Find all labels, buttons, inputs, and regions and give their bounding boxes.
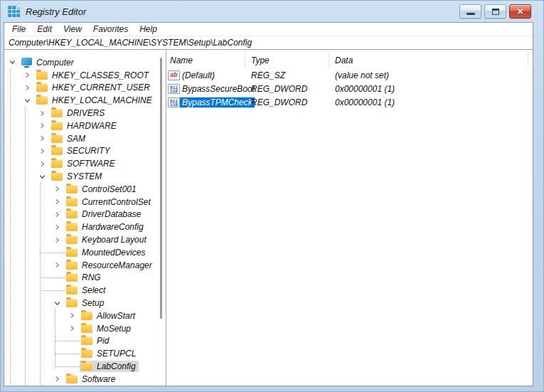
titlebar[interactable]: Registry Editor ✕ [1, 1, 543, 22]
menu-item-view[interactable]: View [58, 24, 87, 34]
tree-item-hkey-local-machine[interactable]: HKEY_LOCAL_MACHINE [4, 94, 166, 107]
tree-guide-line [40, 183, 41, 386]
chevron-down-icon[interactable] [54, 300, 60, 307]
column-header-name[interactable]: Name [166, 52, 245, 68]
folder-icon [51, 134, 63, 143]
chevron-right-icon[interactable] [69, 325, 75, 332]
address-bar-input[interactable]: Computer\HKEY_LOCAL_MACHINE\SYSTEM\Setup… [4, 36, 533, 50]
tree-item-sam[interactable]: SAM [4, 132, 166, 145]
tree-item-hardware[interactable]: HARDWARE [4, 120, 166, 132]
tree-guide-line [10, 69, 11, 386]
chevron-right-icon[interactable] [54, 198, 60, 205]
chevron-down-icon[interactable] [9, 59, 16, 65]
window-title: Registry Editor [26, 6, 86, 17]
tree-item-driverdatabase[interactable]: DriverDatabase [4, 208, 166, 221]
tree-item-label: RNG [80, 272, 102, 282]
registry-value-row-default[interactable]: ab (Default) REG_SZ (value not set) [166, 68, 533, 82]
chevron-right-icon[interactable] [39, 110, 46, 117]
registry-value-row-bypasstpmcheck[interactable]: 011110 BypassTPMCheck REG_DWORD 0x000000… [166, 95, 533, 109]
menu-item-help[interactable]: Help [134, 24, 163, 34]
tree-item-setupcl[interactable]: SETUPCL [4, 347, 166, 360]
registry-value-row-bypasssecureboot[interactable]: 011110 BypassSecureBoot REG_DWORD 0x0000… [166, 82, 533, 95]
folder-icon [66, 261, 78, 270]
tree-item-label: HKEY_CURRENT_USER [50, 83, 151, 92]
tree-scrollbar-thumb[interactable] [160, 58, 162, 319]
tree-item-rng[interactable]: RNG [4, 272, 166, 285]
tree-item-allowstart[interactable]: AllowStart [4, 309, 166, 322]
chevron-right-icon[interactable] [54, 211, 60, 218]
chevron-down-icon[interactable] [39, 174, 46, 180]
column-header-data[interactable]: Data [329, 52, 528, 68]
tree-item-label: SAM [65, 134, 87, 144]
tree-item-hardwareconfig[interactable]: HardwareConfig [4, 221, 166, 233]
chevron-right-icon[interactable] [39, 161, 46, 167]
tree-item-label: DRIVERS [65, 108, 106, 118]
tree-item-label: HKEY_CLASSES_ROOT [50, 70, 150, 80]
tree-scrollbar-track[interactable] [158, 51, 164, 385]
tree-item-controlset001[interactable]: ControlSet001 [4, 183, 166, 196]
tree-item-currentcontrolset[interactable]: CurrentControlSet [4, 196, 166, 208]
tree-item-mounteddevices[interactable]: MountedDevices [4, 246, 166, 259]
menu-item-edit[interactable]: Edit [31, 24, 58, 34]
tree-item-label: SECURITY [65, 146, 112, 156]
tree-item-select[interactable]: Select [4, 284, 166, 297]
folder-icon [51, 147, 63, 155]
chevron-right-icon[interactable] [24, 72, 31, 78]
value-list-header: NameTypeData [166, 52, 533, 68]
tree-item-software[interactable]: Software [4, 373, 166, 386]
tree-item-label: HARDWARE [65, 121, 118, 131]
tree-item-label: HardwareConfig [80, 222, 145, 232]
tree-item-mosetup[interactable]: MoSetup [4, 322, 166, 335]
tree-item-keyboard-layout[interactable]: Keyboard Layout [4, 233, 166, 246]
chevron-right-icon[interactable] [39, 148, 46, 154]
registry-app-icon [8, 6, 20, 17]
tree-item-label: MoSetup [95, 324, 132, 334]
folder-icon [66, 248, 78, 257]
value-type: REG_DWORD [245, 84, 329, 94]
tree-item-hkey-current-user[interactable]: HKEY_CURRENT_USER [4, 82, 166, 95]
chevron-right-icon[interactable] [54, 186, 60, 192]
tree-connector-line [40, 253, 65, 253]
tree-item-pid[interactable]: Pid [4, 335, 166, 348]
tree-item-computer[interactable]: Computer [4, 56, 166, 69]
value-name: (Default) [180, 70, 217, 80]
folder-icon [66, 185, 78, 194]
tree-item-system[interactable]: SYSTEM [4, 170, 166, 183]
chevron-right-icon[interactable] [24, 85, 31, 91]
column-header-type[interactable]: Type [245, 52, 329, 68]
tree-item-drivers[interactable]: DRIVERS [4, 107, 166, 120]
tree-item-software[interactable]: SOFTWARE [4, 157, 166, 170]
tree-item-setup[interactable]: Setup [4, 297, 166, 309]
computer-icon [21, 58, 32, 65]
chevron-down-icon[interactable] [24, 97, 31, 104]
tree-item-labconfig[interactable]: LabConfig [4, 360, 166, 373]
maximize-button[interactable] [484, 4, 506, 18]
menu-item-file[interactable]: File [6, 24, 31, 34]
chevron-right-icon[interactable] [69, 312, 75, 319]
tree-connector-line [40, 290, 65, 291]
chevron-right-icon[interactable] [39, 135, 46, 142]
folder-icon [66, 273, 78, 282]
folder-icon [66, 210, 78, 218]
chevron-right-icon[interactable] [54, 376, 60, 382]
tree-guide-line [25, 107, 26, 386]
chevron-right-icon[interactable] [54, 224, 60, 231]
tree-item-resourcemanager[interactable]: ResourceManager [4, 259, 166, 272]
chevron-right-icon[interactable] [54, 237, 60, 243]
chevron-right-icon[interactable] [54, 262, 60, 268]
chevron-right-icon[interactable] [39, 122, 46, 129]
close-button[interactable]: ✕ [509, 4, 531, 18]
minimize-button[interactable] [459, 4, 481, 18]
folder-icon [81, 312, 92, 320]
value-type: REG_DWORD [245, 97, 329, 107]
menu-item-favorites[interactable]: Favorites [87, 24, 134, 34]
folder-icon [51, 159, 63, 168]
tree-connector-line [55, 366, 80, 367]
folder-icon [81, 324, 92, 333]
tree-item-label: ControlSet001 [80, 184, 138, 194]
value-list-body: ab (Default) REG_SZ (value not set) 0111… [166, 68, 533, 109]
folder-icon [81, 349, 92, 358]
tree-item-hkey-classes-root[interactable]: HKEY_CLASSES_ROOT [4, 69, 166, 82]
tree-item-security[interactable]: SECURITY [4, 145, 166, 158]
tree-connector-line [55, 341, 80, 341]
